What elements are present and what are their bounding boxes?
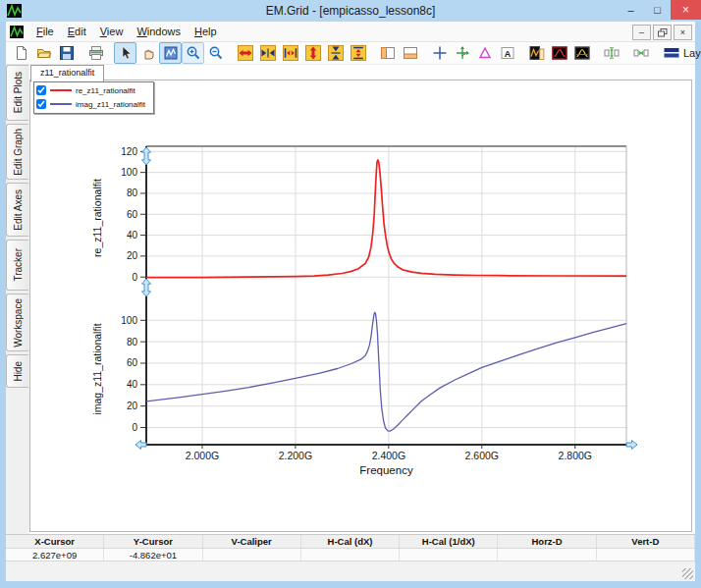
- graph-dark-yellow-icon: [574, 45, 590, 61]
- legend-swatch: [50, 89, 72, 91]
- status-header-x-cursor: X-Cursor: [6, 535, 104, 548]
- menu-view[interactable]: View: [93, 23, 131, 41]
- maximize-button[interactable]: □: [644, 0, 671, 20]
- pan-hand-icon: [140, 45, 156, 61]
- text-label-icon: A: [500, 45, 515, 61]
- caliper-triangle-icon: [477, 45, 493, 61]
- zoom-out-button[interactable]: [204, 42, 227, 64]
- svg-text:A: A: [504, 49, 511, 59]
- open-file-button[interactable]: [32, 42, 55, 64]
- sidebar-item-edit-plots[interactable]: Edit Plots: [6, 65, 28, 121]
- expand-x-button[interactable]: [234, 42, 256, 64]
- tab-z11-rationalfit[interactable]: z11_rationalfit: [30, 65, 104, 82]
- equalize-vertical-icon: [604, 45, 620, 61]
- sidebar: Edit Plots Edit Graph Edit Axes Tracker …: [6, 65, 29, 534]
- add-cursor-button[interactable]: [428, 42, 451, 64]
- status-header-y-cursor: Y-Cursor: [104, 535, 202, 548]
- y-tick-label: 0: [132, 272, 137, 283]
- y-tick-label: 40: [127, 230, 138, 241]
- status-header-vert-d: Vert-D: [597, 535, 695, 548]
- mdi-minimize-button[interactable]: –: [632, 25, 651, 40]
- print-button[interactable]: [84, 42, 107, 64]
- y-tick-label: 60: [127, 209, 138, 220]
- sidebar-item-tracker[interactable]: Tracker: [6, 240, 28, 291]
- cross-cursor-icon: [432, 45, 448, 61]
- toolbar: A Layout: [6, 42, 695, 65]
- select-tool-button[interactable]: [114, 42, 136, 64]
- legend-checkbox[interactable]: [36, 85, 46, 95]
- menu-windows[interactable]: Windows: [130, 23, 188, 41]
- equalize-horizontal-icon: [633, 45, 649, 61]
- fit-vertical-icon: [350, 45, 366, 61]
- new-graph-icon: [529, 45, 545, 61]
- plot-panel: re_z11_rationalfit imag_z11_rationalfit …: [29, 80, 692, 532]
- x-tick-label: 2.200G: [279, 450, 312, 461]
- legend-item-label: imag_z11_rationalfit: [76, 100, 145, 109]
- y-tick-label: 120: [121, 146, 137, 157]
- save-icon: [59, 45, 75, 61]
- graph-style-dark-red-button[interactable]: [548, 42, 570, 64]
- graph-area: z11_rationalfit re_z11_rationalfit imag_…: [29, 65, 695, 534]
- y-tick-label: 40: [127, 379, 138, 390]
- sidebar-item-label: Tracker: [13, 248, 24, 282]
- graph-dark-red-icon: [552, 45, 567, 61]
- layout-icon: [664, 47, 679, 59]
- status-bar: [6, 561, 695, 581]
- title-bar[interactable]: EM.Grid - [empicasso_lesson8c] – □ ×: [0, 0, 701, 22]
- y-axis-title: re_z11_rationalfit: [91, 179, 103, 257]
- layout-button[interactable]: Layout: [659, 43, 701, 63]
- equal-vspace-button[interactable]: [600, 42, 622, 64]
- sidebar-item-edit-graph[interactable]: Edit Graph: [6, 124, 28, 180]
- y-tick-label: 80: [127, 337, 138, 347]
- expand-y-button[interactable]: [301, 42, 324, 64]
- split-bottom-panel-button[interactable]: [399, 42, 421, 64]
- zoom-window-button[interactable]: [159, 42, 182, 64]
- menu-help[interactable]: Help: [188, 23, 224, 41]
- menu-file[interactable]: File: [29, 23, 61, 41]
- y-axis-handle-top[interactable]: [142, 147, 151, 165]
- split-left-panel-button[interactable]: [376, 42, 399, 64]
- y-tick-label: 100: [121, 315, 137, 326]
- y-axis-handle-middle[interactable]: [142, 279, 151, 296]
- legend-checkbox[interactable]: [36, 99, 46, 109]
- legend-item[interactable]: imag_z11_rationalfit: [36, 97, 145, 111]
- app-window: EM.Grid - [empicasso_lesson8c] – □ × Fil…: [0, 0, 701, 588]
- mdi-restore-button[interactable]: [653, 25, 672, 40]
- new-graph-button[interactable]: [525, 42, 548, 64]
- add-caliper-button[interactable]: [473, 42, 496, 64]
- x-axis-handle-right[interactable]: [626, 441, 637, 450]
- fit-y-button[interactable]: [347, 42, 369, 64]
- fit-x-button[interactable]: [279, 42, 301, 64]
- resize-grip[interactable]: [682, 568, 693, 579]
- mdi-close-button[interactable]: ×: [674, 25, 692, 40]
- equal-hspace-button[interactable]: [629, 42, 652, 64]
- shrink-y-button[interactable]: [324, 42, 347, 64]
- minimize-button[interactable]: –: [618, 0, 644, 20]
- chart-svg[interactable]: 0204060801001200204060801002.000G2.200G2…: [30, 80, 691, 522]
- add-text-button[interactable]: A: [496, 42, 518, 64]
- menu-edit[interactable]: Edit: [61, 23, 93, 41]
- x-axis-handle-left[interactable]: [135, 441, 146, 450]
- shrink-vertical-icon: [328, 45, 344, 61]
- new-file-button[interactable]: [10, 42, 32, 64]
- sidebar-item-label: Workspace: [13, 298, 24, 347]
- graph-style-dark-yellow-button[interactable]: [570, 42, 593, 64]
- save-button[interactable]: [55, 42, 78, 64]
- sidebar-item-label: Edit Axes: [13, 189, 24, 231]
- sidebar-item-hide[interactable]: Hide: [6, 354, 28, 388]
- y-axis-title: imag_z11_rationalfit: [91, 323, 103, 414]
- zoom-in-button[interactable]: [182, 42, 204, 64]
- sidebar-item-edit-axes[interactable]: Edit Axes: [6, 183, 28, 237]
- legend-item[interactable]: re_z11_rationalfit: [36, 83, 145, 97]
- sidebar-item-workspace[interactable]: Workspace: [6, 294, 28, 351]
- y-tick-label: 0: [132, 422, 137, 433]
- restore-icon: [658, 28, 668, 37]
- shrink-x-button[interactable]: [256, 42, 279, 64]
- series-re_z11_rationalfit: [146, 160, 626, 278]
- pan-tool-button[interactable]: [136, 42, 159, 64]
- expand-horizontal-icon: [238, 45, 253, 61]
- status-header-horz-d: Horz-D: [498, 535, 596, 548]
- add-axes-button[interactable]: [451, 42, 473, 64]
- legend-swatch: [50, 103, 72, 105]
- close-button[interactable]: ×: [671, 0, 701, 20]
